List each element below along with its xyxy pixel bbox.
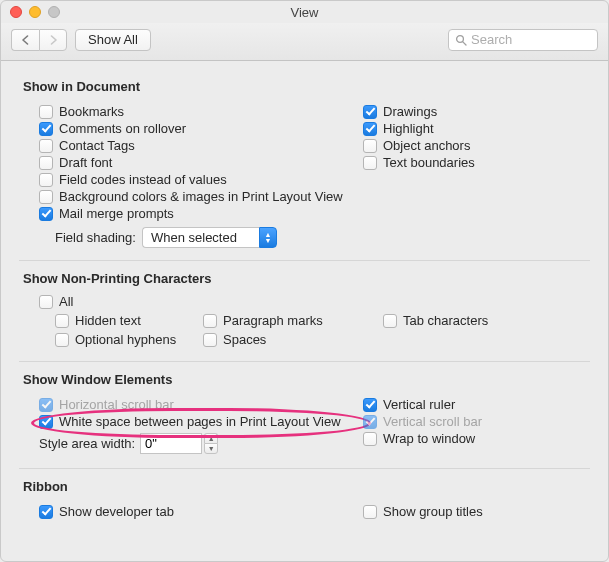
label-horizontal-scroll: Horizontal scroll bar — [59, 397, 174, 412]
search-placeholder: Search — [471, 32, 512, 47]
select-field-shading[interactable]: When selected ▲▼ — [142, 227, 277, 248]
label-drawings: Drawings — [383, 104, 437, 119]
separator — [19, 260, 590, 261]
checkbox-optional-hyphens[interactable] — [55, 333, 69, 347]
label-tab-characters: Tab characters — [403, 313, 488, 328]
section-show-in-document-title: Show in Document — [23, 79, 586, 94]
label-vertical-ruler: Vertical ruler — [383, 397, 455, 412]
zoom-window-button — [48, 6, 60, 18]
checkbox-white-space[interactable] — [39, 415, 53, 429]
minimize-window-button[interactable] — [29, 6, 41, 18]
label-hidden-text: Hidden text — [75, 313, 141, 328]
show-all-label: Show All — [88, 32, 138, 47]
separator — [19, 468, 590, 469]
label-white-space: White space between pages in Print Layou… — [59, 414, 341, 429]
label-optional-hyphens: Optional hyphens — [75, 332, 176, 347]
search-field[interactable]: Search — [448, 29, 598, 51]
checkbox-draft-font[interactable] — [39, 156, 53, 170]
checkbox-drawings[interactable] — [363, 105, 377, 119]
checkbox-vertical-ruler[interactable] — [363, 398, 377, 412]
checkbox-wrap-to-window[interactable] — [363, 432, 377, 446]
label-draft-font: Draft font — [59, 155, 112, 170]
checkbox-vertical-scroll — [363, 415, 377, 429]
label-field-codes: Field codes instead of values — [59, 172, 227, 187]
forward-button — [39, 29, 67, 51]
label-developer-tab: Show developer tab — [59, 504, 174, 519]
checkbox-field-codes[interactable] — [39, 173, 53, 187]
label-all: All — [59, 294, 73, 309]
show-all-button[interactable]: Show All — [75, 29, 151, 51]
checkbox-comments-rollover[interactable] — [39, 122, 53, 136]
checkbox-spaces[interactable] — [203, 333, 217, 347]
checkbox-group-titles[interactable] — [363, 505, 377, 519]
label-bookmarks: Bookmarks — [59, 104, 124, 119]
checkbox-horizontal-scroll — [39, 398, 53, 412]
checkbox-all[interactable] — [39, 295, 53, 309]
section-nonprint-title: Show Non-Printing Characters — [23, 271, 586, 286]
section-ribbon-title: Ribbon — [23, 479, 586, 494]
checkbox-developer-tab[interactable] — [39, 505, 53, 519]
window-title: View — [1, 5, 608, 20]
checkbox-hidden-text[interactable] — [55, 314, 69, 328]
checkbox-text-boundaries[interactable] — [363, 156, 377, 170]
content: Show in Document Bookmarks Comments on r… — [1, 61, 608, 561]
checkbox-contact-tags[interactable] — [39, 139, 53, 153]
label-spaces: Spaces — [223, 332, 266, 347]
back-button[interactable] — [11, 29, 39, 51]
chevron-down-icon: ▼ — [204, 443, 218, 454]
label-wrap-to-window: Wrap to window — [383, 431, 475, 446]
svg-line-1 — [463, 41, 466, 44]
label-group-titles: Show group titles — [383, 504, 483, 519]
section-window-elements-title: Show Window Elements — [23, 372, 586, 387]
label-field-shading: Field shading: — [55, 230, 136, 245]
separator — [19, 361, 590, 362]
checkbox-mail-merge[interactable] — [39, 207, 53, 221]
label-style-area-width: Style area width: — [39, 436, 135, 451]
label-highlight: Highlight — [383, 121, 434, 136]
checkbox-tab-characters[interactable] — [383, 314, 397, 328]
search-icon — [455, 34, 467, 46]
checkbox-highlight[interactable] — [363, 122, 377, 136]
preferences-window: View Show All Search Show in Document Bo — [0, 0, 609, 562]
checkbox-object-anchors[interactable] — [363, 139, 377, 153]
label-mail-merge: Mail merge prompts — [59, 206, 174, 221]
label-contact-tags: Contact Tags — [59, 138, 135, 153]
label-object-anchors: Object anchors — [383, 138, 470, 153]
close-window-button[interactable] — [10, 6, 22, 18]
checkbox-paragraph-marks[interactable] — [203, 314, 217, 328]
label-comments-rollover: Comments on rollover — [59, 121, 186, 136]
stepper-style-area-width[interactable]: ▲▼ — [204, 433, 218, 454]
checkbox-bookmarks[interactable] — [39, 105, 53, 119]
chevron-up-icon: ▲ — [204, 433, 218, 443]
toolbar: Show All Search — [1, 23, 608, 61]
select-field-shading-value: When selected — [142, 227, 259, 248]
label-paragraph-marks: Paragraph marks — [223, 313, 323, 328]
titlebar: View — [1, 1, 608, 23]
nav-buttons — [11, 29, 67, 51]
select-arrows-icon: ▲▼ — [259, 227, 277, 248]
label-vertical-scroll: Vertical scroll bar — [383, 414, 482, 429]
label-bg-colors: Background colors & images in Print Layo… — [59, 189, 343, 204]
input-style-area-width[interactable] — [140, 433, 202, 454]
label-text-boundaries: Text boundaries — [383, 155, 475, 170]
checkbox-bg-colors[interactable] — [39, 190, 53, 204]
